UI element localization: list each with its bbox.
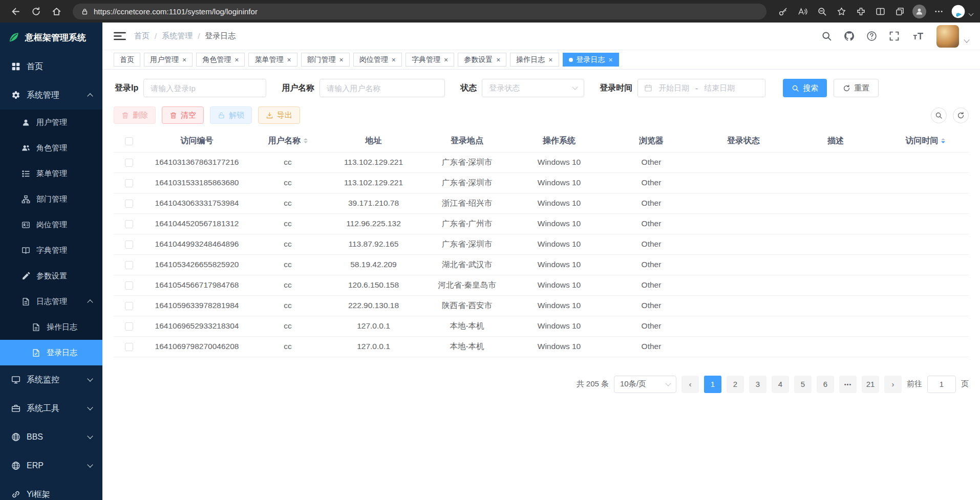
sort-carets-icon[interactable] [304,136,308,145]
gear-icon [11,91,20,100]
chevron-down-icon[interactable] [969,11,974,16]
sidebar-item[interactable]: Yi框架 [0,480,102,500]
row-checkbox[interactable] [125,159,133,167]
row-checkbox[interactable] [125,343,133,351]
page-button[interactable]: 4 [772,376,789,393]
collections-button[interactable] [890,3,909,20]
sidebar-item[interactable]: 用户管理 [0,110,102,135]
select-all-checkbox[interactable] [125,137,133,145]
browser-home-button[interactable] [47,3,66,20]
sidebar-item[interactable]: 系统管理 [0,81,102,110]
sidebar-item[interactable]: 操作日志 [0,314,102,340]
read-aloud-button[interactable] [793,3,812,20]
search-button[interactable]: 搜索 [783,79,827,97]
login-ip-input[interactable] [143,79,266,97]
sidebar-item[interactable]: 岗位管理 [0,212,102,237]
zoom-button[interactable] [813,3,831,20]
tab[interactable]: 岗位管理 × [353,53,402,67]
password-key-button[interactable] [774,3,792,20]
close-icon[interactable]: × [548,56,552,63]
breadcrumb-item[interactable]: 首页 [134,31,150,41]
copilot-bing-button[interactable] [949,3,967,20]
next-page-button[interactable]: › [884,376,902,393]
page-button[interactable]: 1 [704,376,721,393]
page-button[interactable]: 21 [862,376,879,393]
reset-button[interactable]: 重置 [834,79,879,97]
sidebar-item[interactable]: BBS [0,423,102,451]
tab[interactable]: 角色管理 × [196,53,245,67]
sidebar-item[interactable]: 系统工具 [0,394,102,423]
page-button[interactable]: 2 [727,376,744,393]
toggle-search-button[interactable] [931,107,947,123]
tab[interactable]: 菜单管理 × [248,53,297,67]
split-screen-button[interactable] [871,3,889,20]
goto-page-input[interactable] [927,376,956,393]
row-checkbox[interactable] [125,281,133,290]
font-size-button[interactable] [911,31,925,41]
cell-visit-time [882,275,969,295]
browser-back-button[interactable] [6,3,25,20]
page-button[interactable]: 5 [794,376,812,393]
close-icon[interactable]: × [287,56,291,63]
status-select[interactable]: 登录状态 [482,79,584,97]
sidebar-item[interactable]: 登录日志 [0,340,102,365]
chevron-down-icon[interactable] [964,37,969,42]
row-checkbox[interactable] [125,241,133,249]
close-icon[interactable]: × [235,56,239,63]
close-icon[interactable]: × [496,56,500,63]
close-icon[interactable]: × [392,56,396,63]
export-button[interactable]: 导出 [258,106,300,124]
page-size-select[interactable]: 10条/页 [614,376,676,393]
close-icon[interactable]: × [182,56,186,63]
address-bar[interactable]: https://ccnetcore.com:1101/system/log/lo… [73,4,766,19]
row-checkbox[interactable] [125,322,133,331]
close-icon[interactable]: × [339,56,344,63]
user-avatar[interactable] [936,25,959,48]
unlock-button[interactable]: 解锁 [210,106,252,124]
page-button[interactable]: 6 [817,376,834,393]
delete-button[interactable]: 删除 [114,106,156,124]
page-button[interactable]: ••• [839,376,857,393]
github-button[interactable] [844,31,855,41]
user-name-input[interactable] [319,79,445,97]
date-range-picker[interactable]: 开始日期 - 结束日期 [637,79,765,97]
close-icon[interactable]: × [609,56,613,63]
row-checkbox[interactable] [125,261,133,269]
browser-refresh-button[interactable] [27,3,45,20]
browser-menu-button[interactable] [929,3,948,20]
row-checkbox[interactable] [125,179,133,187]
sidebar-item[interactable]: 部门管理 [0,186,102,212]
row-checkbox[interactable] [125,302,133,310]
prev-page-button[interactable]: ‹ [681,376,699,393]
header-search-button[interactable] [821,31,832,41]
tab[interactable]: 参数设置 × [458,53,506,67]
sidebar-item[interactable]: 角色管理 [0,135,102,161]
clear-button[interactable]: 清空 [162,106,204,124]
extensions-button[interactable] [851,3,870,20]
sidebar-item[interactable]: 菜单管理 [0,161,102,186]
tab[interactable]: 登录日志 × [563,53,619,67]
fullscreen-button[interactable] [889,31,900,41]
tab[interactable]: 首页 × [114,53,140,67]
row-checkbox[interactable] [125,220,133,228]
favorites-button[interactable] [832,3,850,20]
browser-profile-button[interactable] [910,3,928,20]
tab[interactable]: 字典管理 × [406,53,454,67]
page-button[interactable]: 3 [749,376,766,393]
sidebar-item[interactable]: 首页 [0,52,102,81]
breadcrumb-item[interactable]: 系统管理 [162,31,193,41]
row-checkbox[interactable] [125,200,133,208]
tab[interactable]: 用户管理 × [144,53,193,67]
refresh-table-button[interactable] [953,107,969,123]
close-icon[interactable]: × [444,56,448,63]
tab[interactable]: 操作日志 × [510,53,559,67]
sort-carets-icon[interactable] [941,136,945,145]
sidebar-item[interactable]: 日志管理 [0,289,102,314]
tab[interactable]: 部门管理 × [301,53,350,67]
sidebar-item[interactable]: 系统监控 [0,365,102,394]
help-button[interactable] [866,31,877,41]
sidebar-item[interactable]: 字典管理 [0,237,102,263]
sidebar-item[interactable]: ERP [0,451,102,480]
collapse-sidebar-button[interactable] [114,31,126,41]
sidebar-item[interactable]: 参数设置 [0,263,102,289]
